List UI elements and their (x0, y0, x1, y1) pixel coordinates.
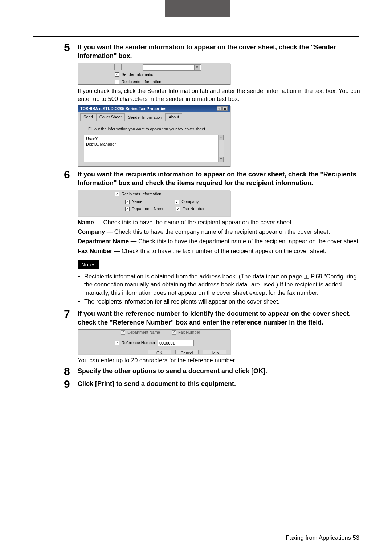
textarea-line: Dept01 Manager (86, 142, 222, 147)
checkbox-recipients-info[interactable] (115, 80, 119, 84)
help-button[interactable]: Help (203, 350, 226, 354)
step-9: 9 Click [Print] to send a document to th… (64, 378, 360, 390)
step-title: Specify the other options to send a docu… (78, 367, 360, 375)
checkbox-label: Name (132, 199, 142, 204)
step-title: If you want the sender information to ap… (78, 43, 360, 61)
screenshot-sender-info-dialog: TOSHIBA e-STUDIO205 Series Fax Propertie… (78, 105, 230, 167)
reference-input[interactable]: 0000001 (158, 340, 194, 346)
step-number: 5 (64, 42, 78, 53)
step-title: If you want the reference number to iden… (78, 309, 360, 327)
desc-company: Company — Check this to have the company… (78, 228, 360, 236)
dialog-tabs: Send Cover Sheet Sender Information Abou… (78, 112, 230, 121)
tab-sender-information[interactable]: Sender Information (125, 114, 166, 121)
close-icon[interactable]: × (222, 106, 228, 111)
step-paragraph: You can enter up to 20 characters for th… (78, 356, 360, 364)
checkbox-reference-number[interactable] (115, 341, 119, 345)
desc-fax: Fax Number — Check this to have the fax … (78, 247, 360, 255)
checkbox-fax-number[interactable] (176, 207, 180, 211)
step-number: 7 (64, 308, 78, 320)
step-title: If you want the recipients information t… (78, 170, 360, 188)
page-content: 5 If you want the sender information to … (64, 42, 360, 391)
checkbox-label: Recipients Information (122, 191, 161, 197)
checkbox-label: Sender Information (122, 72, 156, 77)
note-item: Recipients information is obtained from … (84, 272, 360, 297)
step-number: 9 (64, 378, 78, 390)
checkbox-label: Recipients Information (122, 79, 161, 84)
checkbox-label: Reference Number (122, 340, 155, 346)
note-item: The recipients information for all recip… (84, 297, 360, 305)
checkbox-department-name[interactable] (121, 330, 125, 335)
scroll-down-icon[interactable]: ▼ (219, 157, 224, 162)
ok-button[interactable]: OK (148, 350, 171, 354)
step-number: 6 (64, 169, 78, 180)
step-number: 8 (64, 366, 78, 377)
checkbox-label: Fax Number (178, 330, 200, 334)
checkbox-company[interactable] (175, 200, 179, 204)
sender-textarea[interactable]: User01 Dept01 Manager ▲ ▼ (84, 135, 224, 162)
scrollbar[interactable]: ▲ ▼ (218, 135, 224, 162)
header-tab-block (165, 0, 230, 17)
rule-bottom (33, 531, 359, 531)
screenshot-reference-number: Department Name Fax Number Reference Num… (78, 329, 230, 354)
step-title: Click [Print] to send a document to this… (78, 379, 360, 388)
tab-send[interactable]: Send (80, 113, 96, 121)
checkbox-name[interactable] (125, 200, 130, 204)
window-buttons: ?× (216, 106, 228, 111)
desc-name: Name — Check this to have the name of th… (78, 218, 360, 226)
dropdown[interactable] (143, 64, 201, 71)
screenshot-recipients-info: Recipients Information Name Company Depa… (78, 190, 230, 216)
tab-about[interactable]: About (165, 113, 182, 121)
step-paragraph: If you check this, click the Sender Info… (78, 87, 360, 103)
checkbox-sender-info[interactable] (115, 72, 119, 77)
scroll-up-icon[interactable]: ▲ (219, 135, 224, 140)
tab-cover-sheet[interactable]: Cover Sheet (96, 113, 125, 121)
checkbox-label: Department Name (127, 330, 160, 334)
checkbox-recipients-info[interactable] (115, 192, 119, 196)
checkbox-label: Department Name (132, 207, 164, 211)
checkbox-label: Fax Number (183, 207, 205, 211)
dialog-hint: FFill out the information you want to ap… (78, 121, 230, 133)
step-7: 7 If you want the reference number to id… (64, 308, 360, 327)
notes-heading: Notes (78, 260, 99, 269)
checkbox-fax-number[interactable] (172, 330, 176, 335)
cancel-button[interactable]: Cancel (175, 350, 199, 354)
step-8: 8 Specify the other options to send a do… (64, 366, 360, 377)
desc-department: Department Name — Check this to have the… (78, 237, 360, 245)
page-footer: Faxing from Applications 53 (286, 534, 359, 541)
window-title: TOSHIBA e-STUDIO205 Series Fax Propertie… (80, 106, 166, 111)
checkbox-department-name[interactable] (125, 207, 130, 211)
screenshot-sender-checkbox: Sender Information Recipients Informatio… (78, 63, 230, 85)
step-5: 5 If you want the sender information to … (64, 42, 360, 61)
textarea-line: User01 (86, 136, 222, 142)
rule-top (33, 36, 359, 37)
book-icon (304, 275, 309, 279)
step-6: 6 If you want the recipients information… (64, 169, 360, 188)
checkbox-label: Company (181, 199, 199, 204)
notes-list: Recipients information is obtained from … (84, 272, 360, 305)
help-icon[interactable]: ? (217, 106, 222, 111)
